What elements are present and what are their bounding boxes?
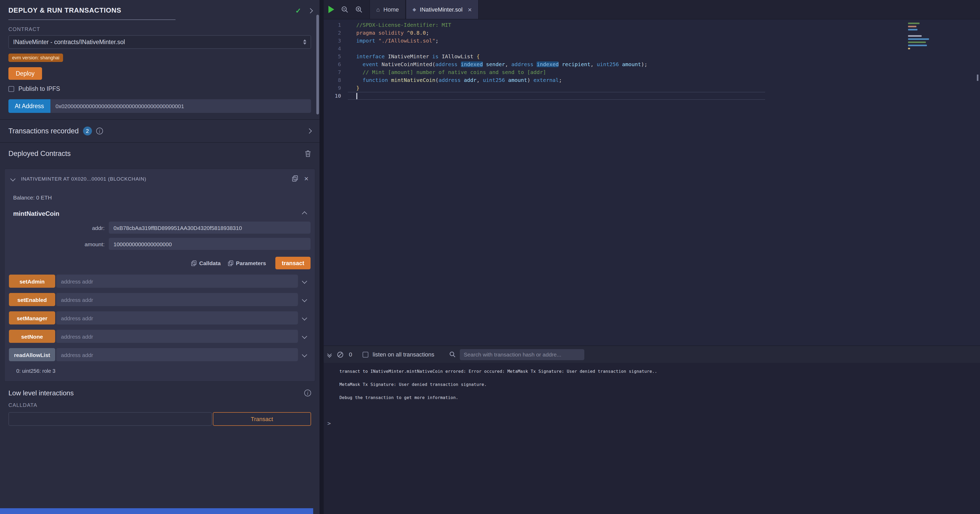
readAllowList-button[interactable]: readAllowList (9, 348, 55, 361)
function-row-setManager: setManager (9, 311, 310, 324)
minimap-line (908, 22, 920, 24)
zoom-out-icon[interactable] (341, 6, 348, 13)
copy-icon[interactable] (292, 175, 298, 182)
code-lines: //SPDX-License-Identifier: MITpragma sol… (348, 19, 980, 346)
code-line[interactable]: event NativeCoinMinted(address indexed s… (348, 60, 980, 68)
chevron-right-icon[interactable] (308, 8, 313, 13)
panel-resize-handle[interactable] (320, 0, 324, 514)
chevron-right-icon[interactable] (307, 128, 312, 133)
terminal-search-input[interactable] (460, 349, 584, 360)
tab-inativeminter[interactable]: ◆ INativeMinter.sol × (406, 0, 479, 19)
at-address-input[interactable] (50, 99, 311, 113)
code-line[interactable] (348, 92, 765, 100)
code-line[interactable]: import "./IAllowList.sol"; (348, 37, 980, 44)
function-row-setNone: setNone (9, 330, 310, 343)
transact-button[interactable]: transact (275, 257, 310, 269)
chevron-down-icon[interactable] (298, 298, 310, 301)
run-script-play-button[interactable] (328, 6, 334, 13)
transactions-recorded-row[interactable]: Transactions recorded 2 i (0, 120, 320, 142)
code-line[interactable]: interface INativeMinter is IAllowList { (348, 52, 980, 60)
chevron-down-icon[interactable] (298, 316, 310, 320)
mintnativecoin-header[interactable]: mintNativeCoin (9, 201, 310, 217)
close-icon[interactable]: × (304, 175, 309, 182)
deployed-contracts-header: Deployed Contracts (0, 143, 320, 164)
setManager-button[interactable]: setManager (9, 311, 55, 324)
code-line[interactable]: function mintNativeCoin(address addr, ui… (348, 76, 980, 84)
listen-transactions-label: listen on all transactions (372, 351, 434, 357)
zoom-in-icon[interactable] (355, 6, 363, 13)
amount-field-input[interactable] (109, 238, 310, 250)
chevron-down-icon[interactable] (10, 176, 16, 181)
code-line[interactable]: pragma solidity ^0.8.0; (348, 29, 980, 37)
search-icon (449, 351, 455, 357)
minimap-line (908, 26, 916, 27)
copy-icon (191, 260, 197, 266)
function-row-readAllowList: readAllowList (9, 348, 310, 361)
setNone-input[interactable] (56, 330, 298, 343)
code-line[interactable]: // Mint [amount] number of native coins … (348, 68, 980, 76)
setEnabled-input[interactable] (56, 293, 298, 306)
calldata-label: CALLDATA (8, 402, 311, 408)
mintnativecoin-actions: Calldata Parameters transact (9, 257, 310, 269)
mintnativecoin-title: mintNativeCoin (13, 210, 59, 217)
collapse-terminal-icon[interactable] (328, 352, 331, 357)
scrollbar-marker (977, 75, 978, 81)
deployed-contract-card-header[interactable]: INATIVEMINTER AT 0X020...00001 (BLOCKCHA… (5, 169, 315, 188)
close-tab-icon[interactable]: × (468, 6, 472, 13)
chevron-up-icon[interactable] (302, 211, 307, 216)
code-line[interactable] (348, 44, 980, 52)
evm-version-badge: evm version: shanghai (8, 54, 63, 62)
terminal-prompt[interactable]: > (324, 408, 980, 427)
code-line[interactable]: //SPDX-License-Identifier: MIT (348, 21, 980, 29)
function-list: setAdminsetEnabledsetManagersetNonereadA… (9, 274, 310, 361)
chevron-down-icon[interactable] (298, 279, 310, 283)
tab-home[interactable]: ⌂ Home (369, 0, 406, 19)
deploy-button[interactable]: Deploy (8, 67, 42, 80)
info-icon: i (96, 128, 103, 135)
at-address-button[interactable]: At Address (8, 99, 50, 113)
listen-transactions-checkbox[interactable] (363, 352, 368, 357)
deployed-contract-card: INATIVEMINTER AT 0X020...00001 (BLOCKCHA… (4, 168, 315, 382)
function-row-setEnabled: setEnabled (9, 293, 310, 306)
calldata-input[interactable] (8, 412, 212, 426)
setAdmin-input[interactable] (56, 274, 298, 288)
editor-toolbar (324, 0, 369, 19)
addr-field-row: addr: (9, 222, 310, 234)
calldata-row: Transact (8, 412, 311, 426)
chevron-down-icon[interactable] (298, 335, 310, 338)
addr-field-input[interactable] (109, 222, 310, 234)
scrollbar-thumb[interactable] (317, 15, 319, 114)
contract-select[interactable]: INativeMinter - contracts/INativeMinter.… (8, 35, 311, 49)
contract-section: CONTRACT INativeMinter - contracts/INati… (0, 26, 320, 113)
editor-gutter: 12345678910 (324, 19, 348, 346)
addr-field-label: addr: (9, 224, 109, 231)
low-level-section: CALLDATA (0, 402, 320, 408)
setEnabled-button[interactable]: setEnabled (9, 293, 55, 306)
setNone-button[interactable]: setNone (9, 330, 55, 343)
text-cursor (356, 93, 357, 99)
clear-console-icon[interactable] (337, 351, 344, 358)
minimap-line (908, 41, 926, 43)
minimap[interactable] (908, 22, 929, 51)
calldata-copy-button[interactable]: Calldata (191, 260, 221, 266)
readAllowList-input[interactable] (56, 348, 298, 361)
code-line[interactable]: } (348, 84, 980, 92)
setManager-input[interactable] (56, 311, 298, 324)
line-number: 6 (324, 60, 348, 68)
code-editor[interactable]: 12345678910 //SPDX-License-Identifier: M… (324, 19, 980, 346)
chevron-down-icon[interactable] (298, 353, 310, 357)
contract-label: CONTRACT (8, 26, 311, 32)
line-number: 5 (324, 52, 348, 60)
minimap-line (908, 44, 927, 46)
main-area: ⌂ Home ◆ INativeMinter.sol × 12345678910… (324, 0, 980, 514)
publish-ipfs-checkbox[interactable] (8, 86, 14, 92)
trash-icon[interactable] (305, 150, 311, 157)
terminal-search (449, 349, 584, 360)
low-level-transact-button[interactable]: Transact (213, 412, 311, 426)
info-icon: i (304, 390, 311, 397)
parameters-copy-button[interactable]: Parameters (228, 260, 266, 266)
publish-ipfs-row: Publish to IPFS (8, 86, 311, 92)
setAdmin-button[interactable]: setAdmin (9, 274, 55, 288)
line-number: 10 (324, 92, 348, 100)
function-row-setAdmin: setAdmin (9, 274, 310, 288)
